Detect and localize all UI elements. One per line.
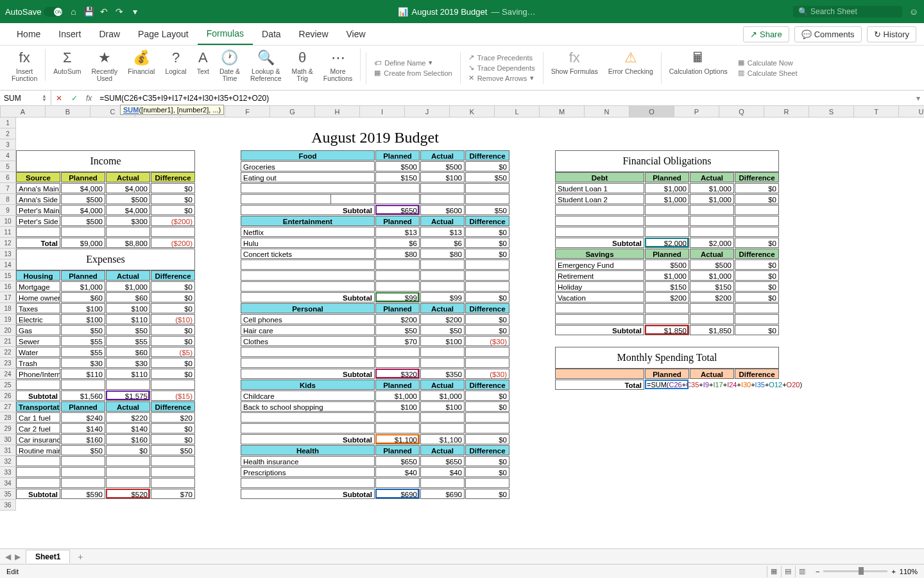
cell[interactable]: $200 bbox=[690, 292, 734, 302]
cell[interactable]: Actual bbox=[106, 270, 150, 281]
cell[interactable]: Actual bbox=[420, 445, 465, 455]
cell[interactable]: $1,575 bbox=[106, 390, 150, 401]
cell[interactable]: $1,850 bbox=[690, 325, 734, 335]
cell[interactable]: Difference bbox=[151, 401, 195, 412]
cell[interactable]: $50 bbox=[61, 325, 105, 335]
cell[interactable]: $80 bbox=[420, 249, 465, 259]
cell[interactable]: Actual bbox=[690, 172, 734, 182]
view-normal-icon[interactable]: ▦ bbox=[767, 566, 781, 577]
share-button[interactable]: ↗Share bbox=[743, 26, 789, 42]
cell[interactable]: Difference bbox=[465, 445, 509, 455]
col-header-P[interactable]: P bbox=[674, 106, 719, 117]
cell[interactable]: Back to school shopping bbox=[241, 401, 375, 412]
cell[interactable]: $690 bbox=[375, 489, 420, 499]
ribbon-more-functions[interactable]: ⋯MoreFunctions bbox=[318, 49, 358, 87]
cell[interactable]: $0 bbox=[151, 369, 195, 379]
cell[interactable]: Routine maintence bbox=[16, 445, 60, 455]
cell[interactable] bbox=[465, 183, 509, 193]
sheet-tab-1[interactable]: Sheet1 bbox=[26, 550, 70, 563]
cell[interactable] bbox=[735, 303, 779, 313]
comments-button[interactable]: 💬Comments bbox=[794, 26, 862, 42]
cell[interactable]: Planned bbox=[61, 172, 105, 182]
remove-arrows-button[interactable]: ✕Remove Arrows ▾ bbox=[468, 74, 535, 82]
cell[interactable] bbox=[241, 270, 375, 281]
cell[interactable]: $0 bbox=[465, 292, 509, 302]
col-header-M[interactable]: M bbox=[540, 106, 585, 117]
cell[interactable]: $70 bbox=[375, 336, 420, 346]
row-header-26[interactable]: 26 bbox=[0, 390, 16, 401]
cell[interactable]: $55 bbox=[106, 336, 150, 346]
cell[interactable]: $100 bbox=[61, 314, 105, 324]
cell[interactable]: $1,000 bbox=[690, 183, 734, 193]
cell[interactable]: Car 1 fuel bbox=[16, 412, 60, 423]
view-break-icon[interactable]: ▥ bbox=[795, 566, 809, 577]
cell[interactable]: Planned bbox=[375, 150, 420, 161]
cell[interactable]: $0 bbox=[465, 249, 509, 259]
undo-icon[interactable]: ↶ bbox=[99, 6, 109, 17]
cell[interactable]: $500 bbox=[61, 216, 105, 226]
error-checking-button[interactable]: ⚠Error Checking bbox=[603, 49, 658, 87]
cell[interactable]: Difference bbox=[151, 172, 195, 182]
cell[interactable]: Actual bbox=[420, 150, 465, 161]
tab-insert[interactable]: Insert bbox=[49, 23, 90, 45]
cell[interactable]: $0 bbox=[465, 390, 509, 401]
cell[interactable]: $100 bbox=[61, 303, 105, 313]
cell[interactable] bbox=[375, 194, 420, 204]
cell[interactable]: $70 bbox=[151, 489, 195, 499]
cell[interactable]: Student Loan 1 bbox=[555, 183, 644, 193]
cell[interactable] bbox=[420, 478, 465, 488]
cell[interactable]: Actual bbox=[420, 303, 465, 313]
cell[interactable]: $220 bbox=[106, 412, 150, 423]
cell[interactable] bbox=[241, 347, 375, 357]
cell[interactable] bbox=[555, 227, 644, 237]
cell[interactable]: $140 bbox=[61, 423, 105, 434]
cell[interactable] bbox=[241, 281, 375, 292]
cell[interactable]: $99 bbox=[375, 292, 420, 302]
cell[interactable]: Phone/Internet bbox=[16, 369, 60, 379]
cell[interactable]: ($30) bbox=[465, 369, 509, 379]
cell[interactable]: $0 bbox=[735, 270, 779, 281]
cell[interactable]: $500 bbox=[690, 259, 734, 270]
row-header-12[interactable]: 12 bbox=[0, 238, 16, 249]
cell[interactable]: $500 bbox=[106, 194, 150, 204]
cell[interactable]: Actual bbox=[690, 369, 734, 379]
tab-draw[interactable]: Draw bbox=[90, 23, 129, 45]
cell[interactable]: $690 bbox=[420, 489, 465, 499]
cell[interactable] bbox=[420, 183, 465, 193]
cell[interactable]: $110 bbox=[106, 369, 150, 379]
col-header-L[interactable]: L bbox=[495, 106, 540, 117]
name-box[interactable]: SUM▲▼ bbox=[0, 91, 51, 105]
add-sheet-button[interactable]: + bbox=[74, 552, 87, 562]
cell[interactable] bbox=[735, 227, 779, 237]
cell[interactable]: $650 bbox=[375, 205, 420, 215]
cell[interactable]: Home owner's insurnace bbox=[16, 292, 60, 302]
cell[interactable]: $150 bbox=[645, 281, 689, 292]
cell[interactable] bbox=[106, 478, 150, 488]
cell[interactable]: $0 bbox=[465, 238, 509, 248]
cell[interactable]: Difference bbox=[735, 172, 779, 182]
col-header-J[interactable]: J bbox=[405, 106, 450, 117]
cell[interactable] bbox=[16, 467, 60, 477]
col-header-U[interactable]: U bbox=[899, 106, 924, 117]
col-header-S[interactable]: S bbox=[809, 106, 854, 117]
cell[interactable] bbox=[465, 259, 509, 270]
zoom-in-button[interactable]: + bbox=[891, 568, 895, 575]
cell[interactable]: $0 bbox=[735, 183, 779, 193]
cell[interactable]: $2,000 bbox=[645, 238, 689, 248]
cell[interactable]: $1,100 bbox=[375, 434, 420, 444]
cell[interactable]: $0 bbox=[151, 434, 195, 444]
cell[interactable] bbox=[375, 478, 420, 488]
zoom-level[interactable]: 110% bbox=[900, 568, 918, 575]
cell[interactable]: $0 bbox=[465, 467, 509, 477]
cell[interactable] bbox=[241, 478, 375, 488]
col-header-I[interactable]: I bbox=[360, 106, 405, 117]
cell[interactable]: $300 bbox=[106, 216, 150, 226]
cell[interactable] bbox=[61, 227, 105, 237]
cell[interactable] bbox=[106, 456, 150, 466]
cell[interactable]: Entertainment bbox=[241, 216, 375, 226]
calculate-now-button[interactable]: ▦Calculate Now bbox=[738, 58, 798, 67]
cell[interactable] bbox=[106, 380, 150, 390]
cell[interactable]: $0 bbox=[465, 489, 509, 499]
cell[interactable]: Anna's Side Income bbox=[16, 194, 60, 204]
ribbon-recently-used[interactable]: ★RecentlyUsed bbox=[86, 49, 123, 87]
